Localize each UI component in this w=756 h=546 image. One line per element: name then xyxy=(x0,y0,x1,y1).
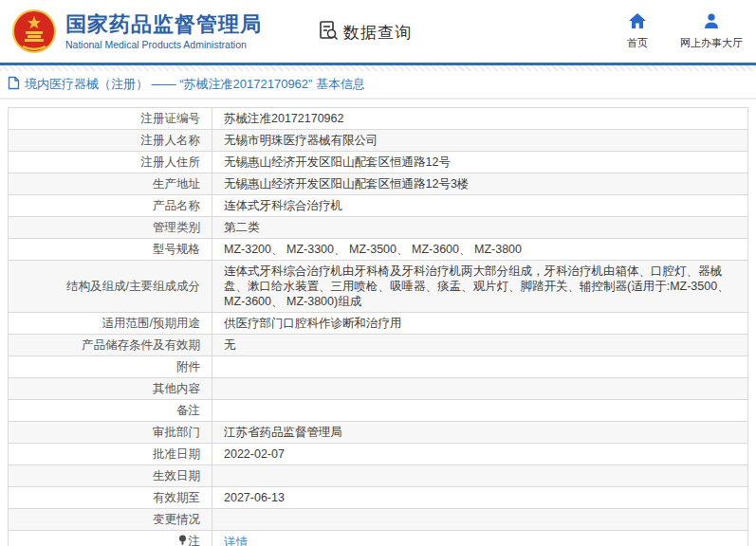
table-row: 注册证编号苏械注准20172170962 xyxy=(9,108,748,130)
nav-item-home[interactable]: 首页 xyxy=(627,13,648,50)
table-row: 产品名称连体式牙科综合治疗机 xyxy=(9,195,748,217)
row-value: 供医疗部门口腔科作诊断和治疗用 xyxy=(212,313,748,335)
row-value: 无锡惠山经济开发区阳山配套区恒通路12号 xyxy=(212,152,748,173)
nav-item-service-hall[interactable]: 网上办事大厅 xyxy=(680,13,743,50)
data-query-label: 数据查询 xyxy=(343,22,412,44)
row-label: 型号规格 xyxy=(9,239,212,261)
table-row: 附件 xyxy=(9,356,748,378)
row-label: 批准日期 xyxy=(9,444,212,465)
table-row: 备注 xyxy=(9,400,748,422)
table-row: 生效日期 xyxy=(9,465,748,487)
nmpa-emblem-logo xyxy=(11,9,57,54)
row-value xyxy=(212,378,748,400)
row-value: 连体式牙科综合治疗机 xyxy=(212,195,748,217)
site-subtitle: National Medical Products Administration xyxy=(65,39,262,50)
document-icon xyxy=(8,76,20,94)
row-value xyxy=(212,465,748,487)
breadcrumb-text: 境内医疗器械（注册） —— “苏械注准20172170962” 基本信息 xyxy=(25,76,365,93)
row-label: 注 xyxy=(9,531,212,546)
table-row: 生产地址无锡惠山经济开发区阳山配套区恒通路12号3楼 xyxy=(9,173,748,195)
row-label: 结构及组成/主要组成成分 xyxy=(9,261,212,313)
data-query-icon xyxy=(317,19,340,46)
row-label: 变更情况 xyxy=(9,509,212,531)
row-label: 备注 xyxy=(9,400,212,422)
nav-service-hall-label: 网上办事大厅 xyxy=(680,36,743,50)
table-row: 审批部门江苏省药品监督管理局 xyxy=(9,422,748,444)
row-label: 有效期至 xyxy=(9,487,212,509)
row-label: 注册人名称 xyxy=(9,130,212,152)
table-row: 产品储存条件及有效期无 xyxy=(9,335,748,356)
row-value xyxy=(212,356,748,378)
row-value: 苏械注准20172170962 xyxy=(212,108,748,130)
table-row: 注册人住所无锡惠山经济开发区阳山配套区恒通路12号 xyxy=(9,152,748,173)
row-label: 其他内容 xyxy=(9,378,212,400)
row-value: 无 xyxy=(212,335,748,356)
nav-home-label: 首页 xyxy=(627,36,648,50)
row-value: MZ-3200、 MZ-3300、 MZ-3500、 MZ-3600、 MZ-3… xyxy=(212,239,748,261)
detail-link[interactable]: 详情 xyxy=(224,536,248,546)
row-label: 生产地址 xyxy=(9,173,212,195)
row-value xyxy=(212,400,748,422)
row-label: 审批部门 xyxy=(9,422,212,444)
table-row: 结构及组成/主要组成成分连体式牙科综合治疗机由牙科椅及牙科治疗机两大部分组成，牙… xyxy=(9,261,748,313)
row-value: 2022-02-07 xyxy=(212,444,748,465)
info-table-body: 注册证编号苏械注准20172170962注册人名称无锡市明珠医疗器械有限公司注册… xyxy=(9,108,748,546)
breadcrumb: 境内医疗器械（注册） —— “苏械注准20172170962” 基本信息 xyxy=(0,71,756,100)
user-icon xyxy=(704,13,719,32)
row-label: 适用范围/预期用途 xyxy=(9,313,212,335)
row-value xyxy=(212,509,748,531)
table-row: 注册人名称无锡市明珠医疗器械有限公司 xyxy=(9,130,748,152)
row-label: 产品储存条件及有效期 xyxy=(9,335,212,356)
row-value: 2027-06-13 xyxy=(212,487,748,509)
row-label: 附件 xyxy=(9,356,212,378)
row-value: 江苏省药品监督管理局 xyxy=(212,422,748,444)
row-label: 注册人住所 xyxy=(9,152,212,173)
table-row: 适用范围/预期用途供医疗部门口腔科作诊断和治疗用 xyxy=(9,313,748,335)
row-label: 注册证编号 xyxy=(9,108,212,130)
note-icon xyxy=(178,535,187,546)
row-value: 连体式牙科综合治疗机由牙科椅及牙科治疗机两大部分组成，牙科治疗机由箱体、口腔灯、… xyxy=(212,261,748,313)
row-value: 无锡惠山经济开发区阳山配套区恒通路12号3楼 xyxy=(212,173,748,195)
row-label: 管理类别 xyxy=(9,217,212,239)
table-row: 型号规格MZ-3200、 MZ-3300、 MZ-3500、 MZ-3600、 … xyxy=(9,239,748,261)
row-label: 产品名称 xyxy=(9,195,212,217)
table-row: 批准日期2022-02-07 xyxy=(9,444,748,465)
row-value: 详情 xyxy=(212,531,748,546)
registration-info-table: 注册证编号苏械注准20172170962注册人名称无锡市明珠医疗器械有限公司注册… xyxy=(0,100,756,546)
row-value: 第二类 xyxy=(212,217,748,239)
table-row: 有效期至2027-06-13 xyxy=(9,487,748,509)
table-row: 管理类别第二类 xyxy=(9,217,748,239)
table-row: 变更情况 xyxy=(9,509,748,531)
row-label: 生效日期 xyxy=(9,465,212,487)
home-icon xyxy=(629,13,646,32)
top-nav: 首页 网上办事大厅 xyxy=(627,13,743,50)
site-title: 国家药品监督管理局 xyxy=(65,12,262,37)
brand-block: 国家药品监督管理局 National Medical Products Admi… xyxy=(65,12,262,50)
table-row: 其他内容 xyxy=(9,378,748,400)
row-value: 无锡市明珠医疗器械有限公司 xyxy=(212,130,748,152)
table-row: 注详情 xyxy=(9,531,748,546)
data-query-section[interactable]: 数据查询 xyxy=(317,19,412,46)
header: 国家药品监督管理局 National Medical Products Admi… xyxy=(0,0,756,63)
